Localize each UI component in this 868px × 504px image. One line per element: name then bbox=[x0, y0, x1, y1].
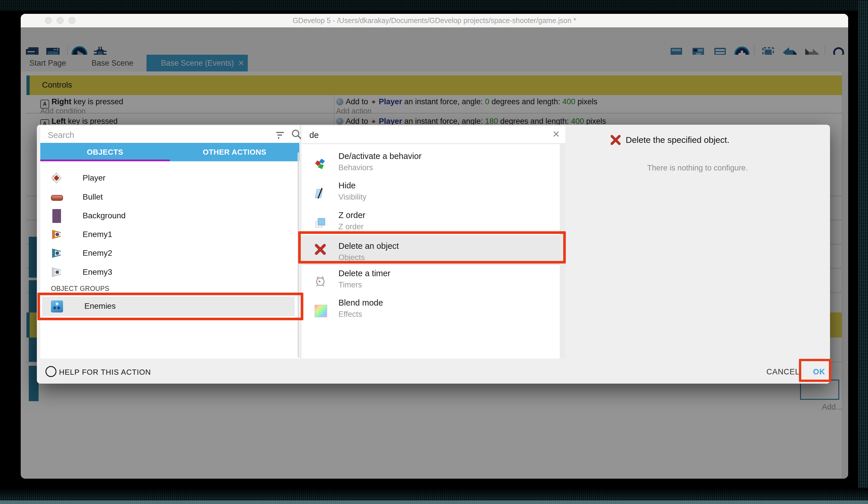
screenshot-root: GDevelop 5 - /Users/dkarakay/Documents/G… bbox=[0, 0, 868, 504]
object-list-item-background[interactable]: Background bbox=[40, 207, 297, 225]
search-divider bbox=[301, 143, 565, 144]
actions-search-input[interactable] bbox=[309, 129, 529, 141]
desktop-bottom-fade bbox=[0, 488, 868, 501]
help-icon bbox=[45, 366, 56, 377]
objects-search-input[interactable] bbox=[47, 129, 273, 141]
action-item-deactivate-behavior[interactable]: De/activate a behavior Behaviors bbox=[301, 151, 560, 179]
tab-other-actions[interactable]: OTHER ACTIONS bbox=[170, 143, 299, 161]
action-item-hide[interactable]: Hide Visibility bbox=[301, 180, 560, 209]
active-tab-underline bbox=[40, 160, 170, 161]
dialog-bottom-bar: HELP FOR THIS ACTION CANCEL OK bbox=[37, 359, 830, 384]
annotation-enemies-group bbox=[38, 293, 303, 320]
background-icon bbox=[52, 209, 61, 223]
annotation-delete-object bbox=[298, 231, 566, 263]
blend-mode-icon bbox=[314, 305, 327, 317]
desktop-bottom-band bbox=[0, 501, 868, 504]
search-icon bbox=[291, 129, 302, 140]
enemy3-icon bbox=[50, 266, 62, 278]
tab-objects[interactable]: OBJECTS bbox=[40, 143, 170, 161]
object-list-item-bullet[interactable]: Bullet bbox=[40, 188, 297, 206]
annotation-ok-button bbox=[799, 359, 831, 382]
action-detail-panel: Delete the specified object. There is no… bbox=[565, 125, 830, 359]
objects-pane: OBJECTS OTHER ACTIONS Player Bullet Back… bbox=[40, 126, 299, 359]
behavior-icon bbox=[314, 158, 326, 170]
desktop-right-edge bbox=[858, 0, 868, 504]
clear-search-icon[interactable]: ✕ bbox=[552, 129, 560, 140]
title-bar: GDevelop 5 - /Users/dkarakay/Documents/G… bbox=[21, 14, 848, 28]
enemy1-icon bbox=[50, 228, 62, 241]
action-item-delete-timer[interactable]: Delete a timer Timers bbox=[301, 268, 560, 296]
object-groups-label: OBJECT GROUPS bbox=[51, 285, 110, 293]
enemy2-icon bbox=[50, 247, 62, 259]
help-for-action-button[interactable]: HELP FOR THIS ACTION bbox=[59, 368, 151, 377]
object-list-item-enemy2[interactable]: Enemy2 bbox=[40, 244, 297, 263]
action-detail-empty-text: There is nothing to configure. bbox=[565, 164, 830, 172]
z-order-icon bbox=[314, 217, 326, 229]
cancel-button[interactable]: CANCEL bbox=[766, 367, 800, 376]
desktop-top-edge bbox=[0, 0, 868, 10]
delete-object-icon bbox=[610, 134, 621, 145]
objects-pane-tabs: OBJECTS OTHER ACTIONS bbox=[40, 143, 299, 161]
action-detail-heading: Delete the specified object. bbox=[626, 135, 729, 145]
action-item-blend-mode[interactable]: Blend mode Effects bbox=[301, 297, 560, 326]
window-title: GDevelop 5 - /Users/dkarakay/Documents/G… bbox=[21, 14, 848, 27]
object-list-item-enemy3[interactable]: Enemy3 bbox=[40, 263, 297, 282]
bullet-icon bbox=[51, 195, 63, 201]
timer-icon bbox=[314, 275, 326, 287]
filter-icon[interactable] bbox=[276, 130, 286, 140]
hide-icon bbox=[314, 188, 326, 199]
player-icon bbox=[50, 172, 62, 184]
object-list-item-player[interactable]: Player bbox=[40, 169, 297, 188]
object-list-item-enemy1[interactable]: Enemy1 bbox=[40, 225, 297, 244]
